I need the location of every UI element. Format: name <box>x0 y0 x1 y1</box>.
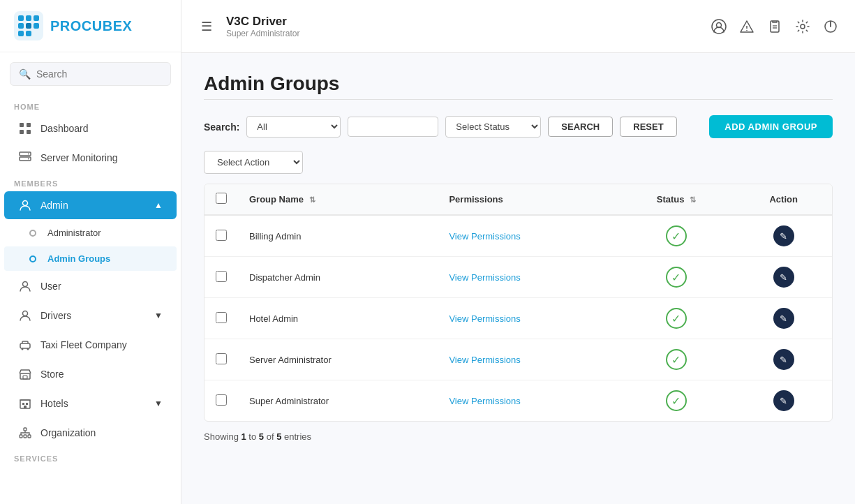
logo: PROCUBEX <box>0 0 181 52</box>
settings-icon-button[interactable] <box>795 19 810 34</box>
profile-icon-button[interactable] <box>711 19 727 34</box>
svg-rect-8 <box>26 31 31 36</box>
edit-button[interactable]: ✎ <box>773 308 794 329</box>
svg-rect-7 <box>18 31 24 36</box>
select-all-checkbox[interactable] <box>216 193 227 204</box>
sidebar-item-organization[interactable]: Organization <box>4 419 177 447</box>
page-content: Admin Groups Search: All Group Name Stat… <box>181 53 855 504</box>
taxi-icon <box>18 338 32 352</box>
svg-rect-1 <box>18 15 24 21</box>
topbar-title-block: V3C Driver Super Administrator <box>226 15 700 38</box>
status-cell: ✓ <box>617 339 735 380</box>
permissions-cell: View Permissions <box>438 215 617 257</box>
sidebar-item-administrator[interactable]: Administrator <box>4 221 177 245</box>
svg-rect-9 <box>20 123 24 127</box>
view-permissions-link[interactable]: View Permissions <box>449 355 520 365</box>
sidebar-item-store[interactable]: Store <box>4 360 177 388</box>
svg-point-15 <box>28 154 29 155</box>
col-group-name-header: Group Name ⇅ <box>238 184 438 215</box>
search-button[interactable]: SEARCH <box>548 117 613 137</box>
brand-name: PROCUBEX <box>50 18 132 34</box>
svg-rect-5 <box>26 23 31 29</box>
add-admin-group-button[interactable]: ADD ADMIN GROUP <box>709 115 833 138</box>
permissions-cell: View Permissions <box>438 339 617 380</box>
view-permissions-link[interactable]: View Permissions <box>449 313 520 324</box>
store-icon <box>18 367 32 381</box>
main-content: ☰ V3C Driver Super Administrator Admin <box>181 0 855 504</box>
user-icon <box>18 279 32 293</box>
search-input[interactable] <box>36 68 162 80</box>
edit-button[interactable]: ✎ <box>773 349 794 370</box>
svg-point-36 <box>746 29 748 31</box>
power-icon-button[interactable] <box>823 19 838 34</box>
svg-rect-11 <box>20 130 24 134</box>
row-checkbox-cell <box>205 298 238 339</box>
col-status-header: Status ⇅ <box>617 184 735 215</box>
row-checkbox-cell <box>205 257 238 298</box>
sidebar-item-server-monitoring[interactable]: Server Monitoring <box>4 144 177 172</box>
pagination-info: Showing 1 to 5 of 5 entries <box>204 431 833 442</box>
logo-icon <box>14 11 43 40</box>
menu-toggle-button[interactable]: ☰ <box>198 16 215 37</box>
svg-rect-26 <box>22 403 24 405</box>
edit-button[interactable]: ✎ <box>773 225 794 246</box>
row-checkbox[interactable] <box>216 230 227 241</box>
permissions-cell: View Permissions <box>438 380 617 422</box>
sidebar-search[interactable]: 🔍 <box>10 62 171 86</box>
alert-icon-button[interactable] <box>739 19 754 34</box>
sidebar-item-admin-groups[interactable]: Admin Groups <box>4 246 177 271</box>
row-checkbox[interactable] <box>216 312 227 323</box>
action-cell: ✎ <box>735 257 832 298</box>
sidebar-item-label: Hotels <box>40 398 68 409</box>
sidebar-item-taxi-fleet[interactable]: Taxi Fleet Company <box>4 331 177 359</box>
view-permissions-link[interactable]: View Permissions <box>449 272 520 283</box>
view-permissions-link[interactable]: View Permissions <box>449 396 520 406</box>
search-category-select[interactable]: All Group Name Status <box>246 116 341 138</box>
org-icon <box>18 426 32 440</box>
sidebar-sub-label: Admin Groups <box>47 253 110 264</box>
permissions-cell: View Permissions <box>438 257 617 298</box>
page-divider <box>204 99 833 100</box>
reset-button[interactable]: RESET <box>620 117 676 137</box>
bulk-action-select[interactable]: Select Action Delete Selected <box>204 151 303 174</box>
edit-button[interactable]: ✎ <box>773 267 794 288</box>
alert-triangle-icon <box>739 19 754 34</box>
admin-groups-table: Group Name ⇅ Permissions Status ⇅ Action <box>204 184 833 422</box>
row-checkbox-cell <box>205 380 238 422</box>
search-text-input[interactable] <box>348 117 438 137</box>
sidebar-item-label: Organization <box>40 427 96 438</box>
row-checkbox[interactable] <box>216 271 227 282</box>
sidebar-item-label: Store <box>40 369 64 380</box>
col-action-header: Action <box>735 184 832 215</box>
server-icon <box>18 151 32 165</box>
row-checkbox[interactable] <box>216 353 227 364</box>
sidebar-item-hotels[interactable]: Hotels ▼ <box>4 390 177 417</box>
view-permissions-link[interactable]: View Permissions <box>449 231 520 242</box>
status-active-icon: ✓ <box>666 267 687 288</box>
sidebar-item-dashboard[interactable]: Dashboard <box>4 114 177 142</box>
search-icon: 🔍 <box>19 68 31 80</box>
row-checkbox[interactable] <box>216 394 227 406</box>
svg-point-22 <box>27 348 29 350</box>
action-cell: ✎ <box>735 215 832 257</box>
col-checkbox-header <box>205 184 238 215</box>
svg-point-16 <box>28 158 29 160</box>
svg-rect-29 <box>24 428 27 431</box>
action-select-row: Select Action Delete Selected <box>204 151 833 174</box>
sidebar-item-drivers[interactable]: Drivers ▼ <box>4 302 177 329</box>
page-title: Admin Groups <box>204 73 833 95</box>
power-icon <box>823 19 838 34</box>
group-name-cell: Server Administrator <box>238 339 438 380</box>
sidebar-item-user[interactable]: User <box>4 272 177 300</box>
group-name-cell: Billing Admin <box>238 215 438 257</box>
sidebar-item-admin[interactable]: Admin ▲ <box>4 191 177 219</box>
clipboard-icon-button[interactable] <box>767 19 782 34</box>
svg-rect-31 <box>24 435 27 438</box>
edit-button[interactable]: ✎ <box>773 390 794 411</box>
sidebar-sub-label: Administrator <box>47 228 101 238</box>
status-filter-select[interactable]: Select Status Active Inactive <box>445 116 541 138</box>
admin-icon <box>18 198 32 212</box>
group-name-cell: Super Administrator <box>238 380 438 422</box>
hotel-icon <box>18 396 32 410</box>
sort-icon: ⇅ <box>309 195 315 204</box>
